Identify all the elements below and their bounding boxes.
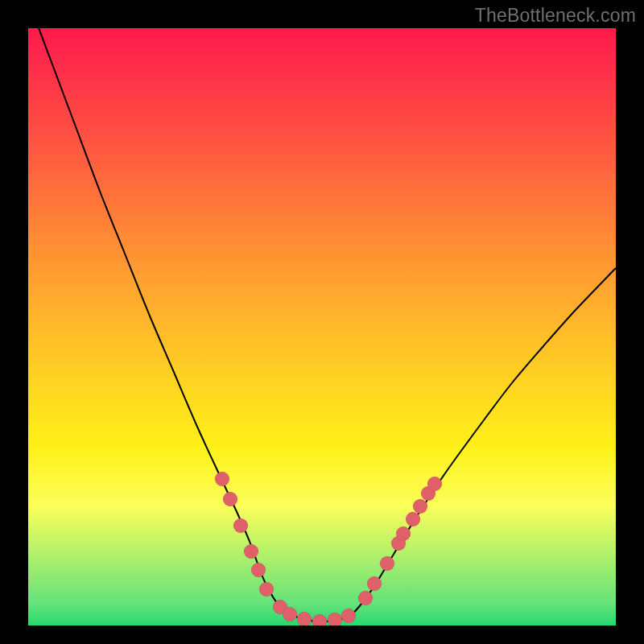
range-dot — [367, 576, 382, 591]
range-dot — [380, 556, 394, 571]
curve-path — [28, 28, 616, 621]
range-dot — [251, 563, 266, 577]
range-dot — [406, 512, 420, 526]
range-dot — [396, 526, 411, 541]
chart-frame: TheBottleneck.com — [0, 0, 644, 644]
range-dot — [233, 518, 248, 533]
range-dot — [215, 472, 229, 486]
range-dot — [297, 612, 312, 625]
range-dot — [358, 591, 373, 605]
range-dot — [312, 614, 327, 625]
range-dot — [328, 613, 342, 625]
watermark-text: TheBottleneck.com — [475, 5, 636, 27]
bottleneck-curve — [28, 28, 616, 625]
range-dot — [223, 492, 237, 506]
range-dot — [413, 499, 427, 514]
range-dot — [244, 544, 258, 559]
range-dot — [341, 609, 356, 623]
range-dot — [283, 607, 297, 621]
plot-area — [28, 28, 616, 625]
range-dot — [259, 582, 274, 597]
range-dot — [427, 477, 442, 491]
